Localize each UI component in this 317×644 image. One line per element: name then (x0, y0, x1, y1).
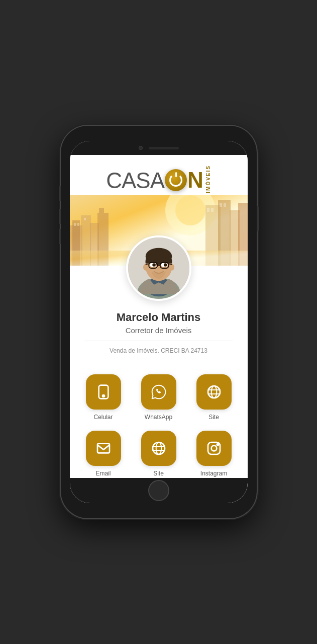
profile-name: Marcelo Martins (80, 311, 238, 324)
svg-line-36 (145, 264, 149, 264)
svg-point-31 (152, 263, 156, 267)
app-content: CASA N IMÓVEIS (70, 155, 248, 478)
phone-bottom-bar (70, 478, 248, 503)
svg-rect-8 (99, 208, 104, 213)
svg-point-40 (208, 386, 220, 398)
celular-button[interactable] (86, 374, 121, 410)
site1-button[interactable] (196, 374, 232, 410)
svg-rect-10 (77, 223, 79, 226)
email-button[interactable] (86, 431, 121, 466)
whatsapp-icon (151, 384, 167, 400)
logo-text: CASA (106, 169, 164, 192)
logo-casa: CASA (106, 168, 164, 193)
svg-rect-44 (97, 443, 110, 453)
camera-dot (139, 146, 143, 150)
svg-point-32 (163, 263, 167, 267)
logo-imoveis: IMÓVEIS (205, 165, 211, 193)
svg-point-2 (175, 195, 205, 225)
celular-action[interactable]: Celular (80, 374, 127, 421)
site2-action[interactable]: Site (135, 431, 182, 477)
hero-section (70, 195, 248, 266)
person-image (128, 237, 189, 299)
profile-title: Corretor de Imóveis (80, 326, 238, 335)
instagram-label: Instagram (200, 470, 227, 477)
instagram-action[interactable]: Instagram (190, 431, 238, 477)
svg-rect-16 (207, 208, 209, 212)
screen-content: CASA N IMÓVEIS (70, 155, 248, 478)
mail-icon (95, 440, 112, 456)
svg-rect-11 (84, 218, 86, 220)
instagram-icon (206, 440, 222, 456)
svg-point-39 (102, 395, 104, 397)
phone-frame: CASA N IMÓVEIS (61, 126, 257, 518)
globe-icon-2 (151, 440, 167, 456)
email-action[interactable]: Email (80, 431, 127, 477)
profile-description: Venda de Imóveis. CRECI BA 24713 (85, 341, 233, 354)
svg-point-51 (217, 444, 218, 445)
site1-action[interactable]: Site (190, 374, 238, 421)
svg-point-27 (143, 264, 148, 270)
actions-grid-row2: Email Site (70, 431, 248, 478)
phone-icon (95, 384, 112, 400)
svg-rect-19 (224, 203, 226, 207)
logo-container: CASA N IMÓVEIS (106, 165, 211, 195)
svg-point-46 (156, 442, 161, 454)
email-label: Email (95, 470, 111, 477)
avatar (126, 235, 191, 301)
svg-point-41 (211, 386, 217, 398)
celular-label: Celular (93, 414, 113, 421)
svg-rect-9 (74, 223, 76, 226)
whatsapp-label: WhatsApp (145, 414, 172, 421)
svg-rect-18 (220, 203, 222, 207)
logo-on-text: N (187, 168, 203, 193)
site1-label: Site (208, 414, 219, 421)
phone-top-bar (70, 141, 248, 155)
phone-screen: CASA N IMÓVEIS (70, 141, 248, 503)
globe-icon-1 (206, 384, 222, 400)
home-button[interactable] (148, 480, 169, 501)
whatsapp-action[interactable]: WhatsApp (135, 374, 182, 421)
profile-section: Marcelo Martins Corretor de Imóveis Vend… (70, 306, 248, 364)
svg-rect-17 (211, 208, 214, 212)
svg-point-28 (169, 264, 174, 270)
svg-line-37 (168, 264, 172, 264)
actions-grid-row1: Celular WhatsApp (70, 364, 248, 431)
instagram-button[interactable] (196, 431, 232, 466)
site2-button[interactable] (141, 431, 176, 466)
svg-point-50 (211, 445, 217, 451)
power-icon (165, 169, 187, 191)
whatsapp-button[interactable] (141, 374, 176, 410)
site2-label: Site (153, 470, 164, 477)
header-section: CASA N IMÓVEIS (70, 155, 248, 195)
avatar-wrapper (126, 235, 191, 301)
speaker-bar (149, 147, 179, 149)
svg-point-45 (153, 442, 165, 454)
